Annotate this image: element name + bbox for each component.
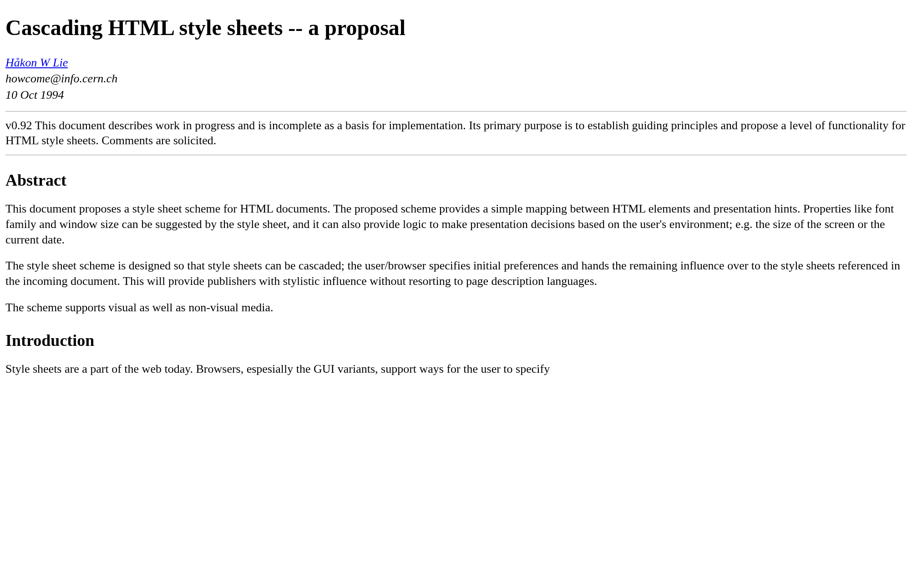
- section-heading-introduction: Introduction: [5, 330, 907, 351]
- abstract-paragraph: This document proposes a style sheet sch…: [5, 201, 907, 247]
- introduction-paragraph: Style sheets are a part of the web today…: [5, 361, 907, 377]
- abstract-paragraph: The style sheet scheme is designed so th…: [5, 258, 907, 289]
- abstract-paragraph: The scheme supports visual as well as no…: [5, 300, 907, 315]
- author-email: howcome@info.cern.ch: [5, 72, 117, 85]
- section-heading-abstract: Abstract: [5, 170, 907, 191]
- author-link[interactable]: Håkon W Lie: [5, 56, 68, 69]
- divider: [5, 111, 907, 112]
- document-date: 10 Oct 1994: [5, 88, 64, 101]
- divider: [5, 155, 907, 155]
- author-meta: Håkon W Lie howcome@info.cern.ch 10 Oct …: [5, 55, 907, 102]
- page-title: Cascading HTML style sheets -- a proposa…: [5, 14, 907, 42]
- version-note: v0.92 This document describes work in pr…: [5, 118, 907, 149]
